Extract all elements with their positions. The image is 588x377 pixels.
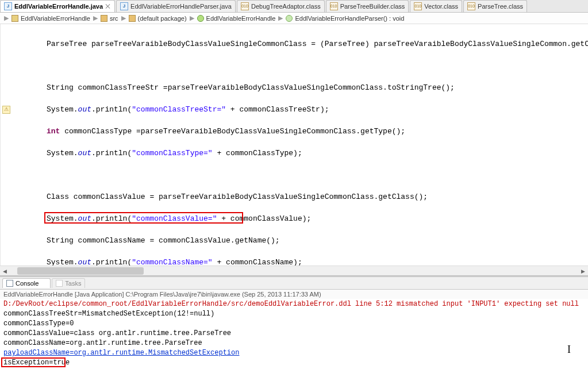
scrollbar-thumb[interactable] (17, 267, 144, 275)
console-icon (6, 280, 13, 287)
java-file-icon: J (4, 2, 12, 10)
chevron-right-icon: ▶ (189, 14, 195, 22)
scroll-left-icon[interactable]: ◀ (1, 267, 9, 275)
tab-eddlvariableerrorhandleparser-java[interactable]: J EddlVariableErrorHandleParser.java (116, 0, 236, 12)
code-editor[interactable]: ⚠ ParseTree parseTreeVaraibleBodyClassVa… (0, 24, 588, 266)
tab-debugtreeadaptor-class[interactable]: 010 DebugTreeAdaptor.class (237, 0, 325, 12)
tab-tasks[interactable]: Tasks (52, 278, 85, 288)
console-line: isException=true (3, 358, 585, 368)
tab-label: ParseTree.class (478, 3, 523, 10)
tab-label: EddlVariableErrorHandle.java (14, 3, 103, 10)
console-error-line: D:/DevRoot/eclipse/common_root/EddlVaria… (3, 299, 585, 309)
console-process-label: EddlVariableErrorHandle [Java Applicatio… (0, 290, 588, 299)
tab-console[interactable]: Console (2, 278, 51, 288)
breadcrumb-item[interactable]: EddlVariableErrorHandle (21, 15, 90, 22)
class-file-icon: 010 (330, 2, 338, 10)
breadcrumb-item[interactable]: src (110, 15, 118, 22)
console-line: commonClassValue=class org.antlr.runtime… (3, 329, 585, 338)
console-line: commonClassType=0 (3, 319, 585, 329)
editor-horizontal-scrollbar[interactable]: ◀ ▶ (0, 266, 588, 275)
method-icon (286, 15, 293, 22)
tasks-icon (56, 280, 63, 287)
text-cursor-icon: I (567, 345, 571, 355)
chevron-right-icon: ▶ (93, 14, 98, 22)
tab-label: ParseTreeBuilder.class (340, 3, 405, 10)
tab-vector-class[interactable]: 010 Vector.class (410, 0, 462, 12)
tab-label: DebugTreeAdaptor.class (251, 3, 321, 10)
tab-parsetreebuilder-class[interactable]: 010 ParseTreeBuilder.class (326, 0, 409, 12)
class-file-icon: 010 (467, 2, 475, 10)
class-file-icon: 010 (414, 2, 422, 10)
chevron-right-icon: ▶ (3, 14, 9, 22)
tab-label: Vector.class (424, 3, 458, 10)
tab-label: Console (16, 280, 39, 287)
breadcrumb-item[interactable]: (default package) (138, 15, 187, 22)
package-icon (129, 15, 136, 22)
chevron-right-icon: ▶ (121, 14, 126, 22)
project-icon (11, 15, 18, 22)
breadcrumb-item[interactable]: EddlVariableErrorHandle (206, 15, 276, 22)
console-line: commonClassTreeStr=MismatchedSetExceptio… (3, 309, 585, 319)
bottom-panel-tabs: Console Tasks (0, 277, 588, 290)
console-line: commonClassName=org.antlr.runtime.tree.P… (3, 338, 585, 348)
tab-eddlvariableerrorhandle-java[interactable]: J EddlVariableErrorHandle.java (0, 0, 115, 12)
close-icon[interactable] (41, 280, 47, 286)
breadcrumb: ▶ EddlVariableErrorHandle ▶ src ▶ (defau… (0, 13, 588, 24)
close-icon[interactable] (105, 3, 111, 9)
class-file-icon: 010 (241, 2, 249, 10)
chevron-right-icon: ▶ (278, 14, 283, 22)
tab-label: Tasks (65, 280, 81, 287)
console-output[interactable]: D:/DevRoot/eclipse/common_root/EddlVaria… (0, 299, 588, 368)
tab-label: EddlVariableErrorHandleParser.java (130, 3, 232, 10)
code-area[interactable]: ParseTree parseTreeVaraibleBodyClassValu… (1, 24, 588, 266)
source-folder-icon (101, 15, 107, 22)
console-stacktrace-link[interactable]: payloadClassName=org.antlr.runtime.Misma… (3, 349, 239, 357)
tab-parsetree-class[interactable]: 010 ParseTree.class (463, 0, 527, 12)
editor-tabbar: J EddlVariableErrorHandle.java J EddlVar… (0, 0, 588, 13)
java-file-icon: J (120, 2, 128, 10)
class-icon (197, 15, 204, 22)
scroll-right-icon[interactable]: ▶ (579, 267, 587, 275)
breadcrumb-item[interactable]: EddlVariableErrorHandleParser() : void (295, 15, 404, 22)
